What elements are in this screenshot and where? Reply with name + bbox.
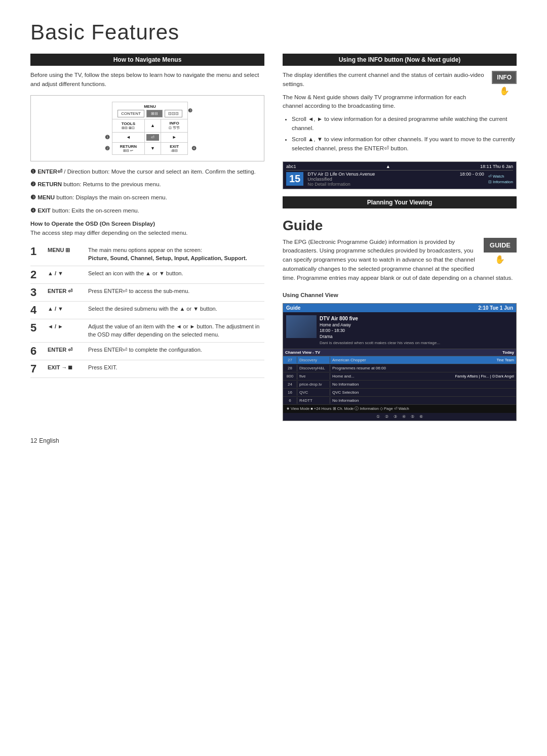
guide-screen: Guide 2:10 Tue 1 Jun DTV Air 800 five Ho…: [283, 303, 517, 422]
info-watch[interactable]: ⏎ Watch: [488, 174, 513, 179]
gs-featured-sub: Home and Away: [320, 322, 440, 328]
label-4: ❹: [187, 142, 198, 154]
right-column: Using the INFO button (Now & Next guide)…: [283, 54, 517, 421]
info-sub: Unclassified: [307, 177, 484, 182]
osd-step-1: 1 MENU ⊞ The main menu options appear on…: [30, 243, 264, 266]
gs-header-left: Guide: [286, 305, 300, 311]
info-btn-label: INFO: [497, 74, 512, 81]
label-2: ❷: [97, 142, 112, 154]
guide-channel-row-2: 28 DiscoveryH&L Programmes resume at 06:…: [283, 364, 516, 372]
item-4: ❹ EXIT button: Exits the on-screen menu.: [30, 206, 264, 216]
item-1: ❶ ENTER⏎ / Direction button: Move the cu…: [30, 167, 264, 177]
osd-step-5: 5 ◄ / ► Adjust the value of an item with…: [30, 319, 264, 343]
info-detail: No Detail Information: [307, 182, 484, 187]
info-button-graphic: INFO ✋: [492, 71, 517, 96]
item-2: ❷ RETURN button: Returns to the previous…: [30, 180, 264, 189]
guide-channel-row-1: 27 Discovery American Chopper Tine Team: [283, 356, 516, 364]
item-3: ❸ MENU button: Displays the main on-scre…: [30, 193, 264, 202]
osd-step-7: 7 EXIT →⏹ Press EXIT.: [30, 360, 264, 378]
guide-channel-row-6: 6 R4DTT No Information: [283, 397, 516, 405]
page-number: 12 English: [30, 436, 517, 444]
info-ch-type: DTV Air ⊡ Life On Venus Avenue 18:00 - 0…: [307, 172, 484, 177]
osd-subheading: How to Operate the OSD (On Screen Displa…: [30, 221, 264, 227]
gs-channel-view-tv: Channel View - TV: [285, 350, 320, 355]
osd-step-2: 2 ▲ / ▼ Select an icon with the ▲ or ▼ b…: [30, 266, 264, 284]
guide-channel-row-3: 800 five Home and... Family Affairs | Fi…: [283, 372, 516, 381]
osd-step-4: 4 ▲ / ▼ Select the desired submenu with …: [30, 302, 264, 319]
navigate-intro: Before using the TV, follow the steps be…: [30, 71, 264, 89]
menu-label: MENU: [144, 104, 156, 109]
gs-header-right: 2:10 Tue 1 Jun: [478, 305, 513, 311]
info-bullets: Scroll ◄, ► to view information for a de…: [283, 115, 517, 153]
gs-today-label: Today: [502, 350, 514, 355]
guide-title: Guide: [283, 218, 517, 234]
remote-diagram: MENU CONTENT ⊞⊟ ⊡⊡⊡ ❸ TOOLS: [30, 95, 264, 161]
left-column: How to Navigate Menus Before using the T…: [30, 54, 264, 421]
guide-btn-label: GUIDE: [490, 241, 511, 249]
section-header-planning: Planning Your Viewing: [283, 196, 517, 208]
gs-featured-time: 18:00 - 18:30: [320, 328, 440, 334]
page-title: Basic Features: [30, 20, 517, 45]
guide-section: Guide GUIDE ✋ The EPG (Electronic Progra…: [283, 218, 517, 287]
osd-step-6: 6 ENTER ⏎ Press ENTER⏎ to complete the c…: [30, 343, 264, 360]
info-display: abc1 ▲ 18:11 Thu 6 Jan 15 DTV Air ⊡ Life…: [283, 161, 517, 189]
channel-view-label: Using Channel View: [283, 292, 517, 298]
gs-featured-genre: Drama: [320, 334, 440, 340]
section-header-info: Using the INFO button (Now & Next guide): [283, 54, 517, 66]
guide-channel-row-4: 24 price-drop.tv No Information: [283, 381, 516, 389]
osd-step-3: 3 ENTER ⏎ Press ENTER⏎ to access the sub…: [30, 284, 264, 302]
info-bullet-2: Scroll ▲, ▼ to view information for othe…: [292, 135, 517, 153]
info-section-content: INFO ✋ The display identifies the curren…: [283, 71, 517, 157]
osd-intro: The access step may differ depending on …: [30, 229, 264, 238]
section-header-navigate: How to Navigate Menus: [30, 54, 264, 66]
info-information[interactable]: ⊡ Information: [488, 180, 513, 184]
info-ch-num: 15: [286, 172, 303, 186]
gs-featured-desc: Dani is devastated when scott makes clea…: [320, 340, 440, 346]
info-ch-name: abc1: [286, 164, 296, 169]
gs-footer: ★ View Mode ■ +24 Hours ⊞ Ch. Mode ⓘ Inf…: [283, 405, 516, 413]
label-1: ❶: [97, 132, 112, 142]
osd-steps: 1 MENU ⊞ The main menu options appear on…: [30, 243, 264, 378]
gs-featured-title: DTV Air 800 five: [320, 315, 440, 322]
info-bullet-1: Scroll ◄, ► to view information for a de…: [292, 115, 517, 133]
guide-button-graphic: GUIDE ✋: [484, 238, 517, 264]
info-intro1: The display identifies the current chann…: [283, 71, 517, 89]
guide-channel-row-5: 16 QVC QVC Selection: [283, 389, 516, 397]
gs-footer-text: ★ View Mode ■ +24 Hours ⊞ Ch. Mode ⓘ Inf…: [286, 406, 409, 411]
gs-thumbnail: [286, 315, 317, 338]
gs-footer-nums: ① ② ③ ④ ⑤ ⑥: [283, 413, 516, 421]
info-time: 18:11 Thu 6 Jan: [480, 164, 513, 169]
numbered-items: ❶ ENTER⏎ / Direction button: Move the cu…: [30, 167, 264, 216]
label-3: ❸: [187, 102, 198, 119]
info-intro2: The Now & Next guide shows daily TV prog…: [283, 93, 517, 111]
guide-intro: The EPG (Electronic Programme Guide) inf…: [283, 238, 517, 283]
